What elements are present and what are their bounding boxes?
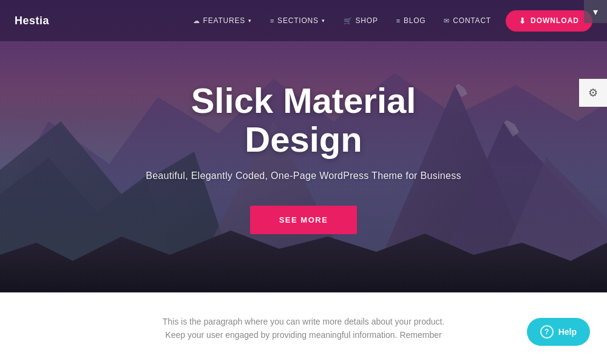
shop-icon: 🛒 (344, 17, 353, 25)
blog-icon: ≡ (396, 17, 401, 24)
nav-item-contact[interactable]: ✉ CONTACT (436, 12, 498, 30)
see-more-button[interactable]: SEE MORE (250, 206, 358, 234)
gear-icon: ⚙ (588, 86, 598, 99)
hero-content: Slick Material Design Beautiful, Elegant… (146, 63, 461, 235)
hero-section: Slick Material Design Beautiful, Elegant… (0, 0, 607, 297)
mail-icon: ✉ (444, 17, 450, 25)
nav-links: ☁ FEATURES ▾ ≡ SECTIONS ▾ 🛒 SHOP ≡ BLOG … (186, 10, 592, 32)
corner-chevron-button[interactable]: ▾ (584, 0, 607, 23)
chevron-icon: ▾ (322, 18, 325, 24)
nav-item-shop[interactable]: 🛒 SHOP (336, 12, 385, 30)
download-icon: ⬇ (519, 16, 526, 25)
nav-item-features[interactable]: ☁ FEATURES ▾ (186, 12, 259, 30)
navbar: Hestia ☁ FEATURES ▾ ≡ SECTIONS ▾ 🛒 SHOP … (0, 0, 607, 41)
bottom-section: This is the paragraph where you can writ… (0, 292, 607, 364)
chevron-icon: ▾ (248, 18, 252, 24)
help-icon: ? (540, 325, 554, 339)
bottom-text: This is the paragraph where you can writ… (163, 315, 445, 342)
brand-logo: Hestia (15, 15, 49, 27)
chevron-down-icon: ▾ (593, 6, 598, 18)
sections-icon: ≡ (270, 17, 274, 24)
nav-item-blog[interactable]: ≡ BLOG (389, 12, 433, 30)
nav-item-sections[interactable]: ≡ SECTIONS ▾ (263, 12, 333, 30)
settings-button[interactable]: ⚙ (579, 79, 607, 107)
cloud-icon: ☁ (193, 17, 200, 25)
help-button[interactable]: ? Help (527, 318, 590, 346)
download-button[interactable]: ⬇ DOWNLOAD (506, 10, 592, 32)
hero-subtitle: Beautiful, Elegantly Coded, One-Page Wor… (146, 170, 461, 181)
hero-title: Slick Material Design (146, 81, 461, 159)
